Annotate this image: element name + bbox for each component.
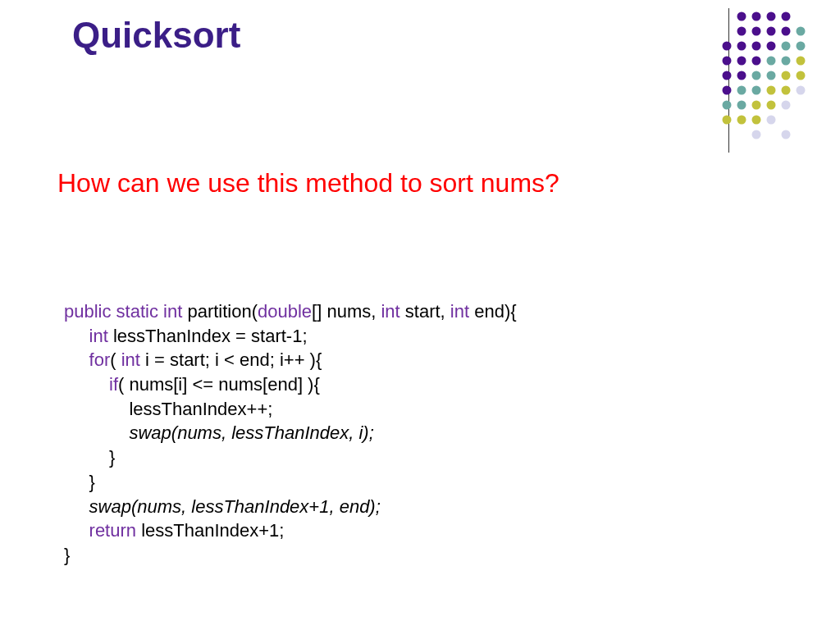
code-keyword: public static int bbox=[64, 301, 182, 322]
svg-point-30 bbox=[767, 86, 776, 95]
svg-point-22 bbox=[737, 71, 746, 80]
svg-point-41 bbox=[767, 116, 776, 125]
code-block: public static int partition(double[] num… bbox=[64, 299, 517, 568]
svg-point-13 bbox=[782, 42, 791, 51]
code-text: ( nums[i] <= nums[end] ){ bbox=[118, 374, 320, 395]
svg-point-4 bbox=[737, 27, 746, 36]
svg-point-43 bbox=[782, 130, 791, 139]
code-text-italic: swap(nums, lessThanIndex+1, end); bbox=[89, 496, 381, 517]
code-text: } bbox=[64, 545, 70, 565]
code-keyword: int bbox=[381, 301, 399, 322]
code-text: lessThanIndex = start-1; bbox=[108, 326, 308, 346]
svg-point-28 bbox=[737, 86, 746, 95]
svg-point-35 bbox=[752, 101, 761, 110]
svg-point-6 bbox=[767, 27, 776, 36]
svg-point-31 bbox=[782, 86, 791, 95]
code-text: [] nums, bbox=[312, 301, 381, 322]
svg-point-27 bbox=[723, 86, 732, 95]
svg-point-11 bbox=[752, 42, 761, 51]
svg-point-26 bbox=[797, 71, 806, 80]
svg-point-38 bbox=[723, 116, 732, 125]
code-keyword: int bbox=[89, 326, 108, 346]
svg-point-32 bbox=[797, 86, 806, 95]
svg-point-24 bbox=[767, 71, 776, 80]
svg-point-42 bbox=[752, 130, 761, 139]
slide-question: How can we use this method to sort nums? bbox=[57, 168, 559, 199]
svg-point-3 bbox=[782, 12, 791, 21]
svg-point-1 bbox=[752, 12, 761, 21]
code-text: start, bbox=[400, 301, 450, 322]
code-keyword: if bbox=[109, 374, 118, 395]
code-keyword: int bbox=[450, 301, 469, 322]
code-keyword: return bbox=[89, 520, 136, 541]
svg-point-16 bbox=[737, 57, 746, 66]
svg-point-10 bbox=[737, 42, 746, 51]
svg-point-9 bbox=[723, 42, 732, 51]
dots-decoration bbox=[717, 8, 824, 152]
svg-point-20 bbox=[797, 57, 806, 66]
svg-point-2 bbox=[767, 12, 776, 21]
svg-point-37 bbox=[782, 101, 791, 110]
svg-point-34 bbox=[737, 101, 746, 110]
svg-point-15 bbox=[723, 57, 732, 66]
svg-point-25 bbox=[782, 71, 791, 80]
svg-point-12 bbox=[767, 42, 776, 51]
svg-point-39 bbox=[737, 116, 746, 125]
svg-point-5 bbox=[752, 27, 761, 36]
svg-point-0 bbox=[737, 12, 746, 21]
svg-point-29 bbox=[752, 86, 761, 95]
slide-title: Quicksort bbox=[72, 15, 240, 56]
svg-point-19 bbox=[782, 57, 791, 66]
code-keyword: for bbox=[89, 349, 111, 370]
code-text: end){ bbox=[469, 301, 517, 322]
code-text: } bbox=[109, 447, 115, 468]
svg-point-36 bbox=[767, 101, 776, 110]
svg-point-18 bbox=[767, 57, 776, 66]
code-text: i = start; i < end; i++ ){ bbox=[140, 349, 322, 370]
code-text-italic: swap(nums, lessThanIndex, i); bbox=[129, 422, 373, 443]
code-text: lessThanIndex+1; bbox=[136, 520, 284, 541]
svg-point-17 bbox=[752, 57, 761, 66]
code-text: lessThanIndex++; bbox=[129, 399, 272, 419]
svg-point-33 bbox=[723, 101, 732, 110]
code-text: } bbox=[89, 472, 95, 492]
code-text: partition( bbox=[182, 301, 258, 322]
svg-point-21 bbox=[723, 71, 732, 80]
code-keyword: double bbox=[258, 301, 312, 322]
code-keyword: int bbox=[121, 349, 140, 370]
svg-point-8 bbox=[797, 27, 806, 36]
svg-point-40 bbox=[752, 116, 761, 125]
svg-point-14 bbox=[797, 42, 806, 51]
svg-point-23 bbox=[752, 71, 761, 80]
code-text: ( bbox=[110, 349, 121, 370]
svg-point-7 bbox=[782, 27, 791, 36]
